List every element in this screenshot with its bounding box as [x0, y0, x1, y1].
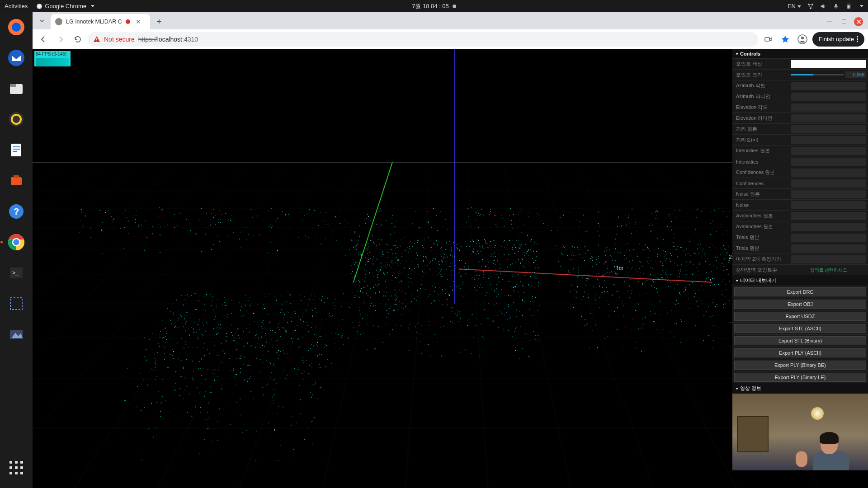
- browser-tab[interactable]: LG Innotek MLiDAR C ✕: [51, 14, 150, 29]
- dock-chrome[interactable]: [5, 231, 28, 253]
- text-input[interactable]: [791, 255, 866, 263]
- dock-show-apps[interactable]: [5, 456, 28, 479]
- window-maximize-button[interactable]: □: [837, 16, 851, 28]
- new-tab-button[interactable]: +: [153, 15, 165, 28]
- svg-rect-16: [13, 151, 17, 152]
- clock[interactable]: 7월 18 04 : 05: [412, 2, 456, 10]
- dock-software[interactable]: [5, 169, 28, 192]
- control-label: Elevation 각도: [732, 104, 791, 111]
- input-lang[interactable]: EN: [788, 3, 801, 9]
- svg-point-7: [12, 23, 21, 32]
- dock-libreoffice[interactable]: [5, 139, 28, 161]
- control-row: Elevation 각도: [732, 102, 868, 113]
- control-row: Noise: [732, 199, 868, 210]
- controls-panel: Controls 포인트 색상포인트 크기Azimuth 각도Azimuth 라…: [732, 49, 868, 470]
- insecure-label: Not secure: [104, 36, 135, 43]
- control-label: Intensities 원본: [732, 147, 791, 154]
- control-row: Azimuth 각도: [732, 80, 868, 91]
- export-button[interactable]: Export PLY (ASCII): [734, 348, 866, 357]
- notification-dot-icon: [453, 5, 456, 8]
- app-menu[interactable]: Google Chrome: [37, 3, 94, 9]
- activities-button[interactable]: Activities: [5, 3, 28, 9]
- control-label: Noise 원본: [732, 191, 791, 197]
- address-bar[interactable]: Not secure https://localhost:4310: [88, 32, 758, 47]
- control-label: 포인트 크기: [732, 71, 791, 78]
- dock-help[interactable]: ?: [5, 200, 28, 223]
- back-button[interactable]: [36, 32, 51, 47]
- text-input[interactable]: [791, 158, 866, 166]
- fps-overlay: 64 FPS (0-145): [34, 51, 71, 66]
- search-tabs-button[interactable]: [35, 14, 49, 28]
- control-row: Avalanches 원본: [732, 221, 868, 232]
- text-input[interactable]: [791, 234, 866, 242]
- dock-image-viewer[interactable]: [5, 323, 28, 346]
- lidar-viewport[interactable]: 64 FPS (0-145) 1m 2m 3m Controls 포인트 색상포…: [33, 49, 868, 488]
- network-icon[interactable]: [807, 3, 814, 9]
- finish-update-button[interactable]: Finish update: [812, 32, 864, 47]
- bookmark-button[interactable]: [778, 32, 793, 47]
- reload-button[interactable]: [71, 32, 85, 47]
- dock-files[interactable]: [5, 77, 28, 100]
- dock-rhythmbox[interactable]: [5, 108, 28, 131]
- camera-preview: [732, 394, 868, 470]
- system-menu-icon[interactable]: [860, 5, 863, 7]
- control-row: Trials 원본: [732, 232, 868, 243]
- dock-firefox[interactable]: [5, 16, 28, 38]
- color-input[interactable]: [791, 60, 866, 68]
- dock-screenshot[interactable]: [5, 292, 28, 315]
- mic-icon[interactable]: [833, 3, 839, 9]
- browser-toolbar: Not secure https://localhost:4310 Finish…: [33, 29, 868, 49]
- svg-rect-3: [835, 4, 837, 7]
- export-button[interactable]: Export STL (ASCII): [734, 324, 866, 333]
- number-input[interactable]: [845, 71, 866, 78]
- control-label: 거리 원본: [732, 126, 791, 132]
- text-input[interactable]: [791, 169, 866, 177]
- tab-close-button[interactable]: ✕: [136, 18, 141, 25]
- battery-icon[interactable]: [845, 3, 852, 9]
- text-input[interactable]: [791, 179, 866, 188]
- text-input[interactable]: [791, 103, 866, 112]
- export-button[interactable]: Export USDZ: [734, 312, 866, 321]
- control-label: Confidences 원본: [732, 169, 791, 176]
- window-close-button[interactable]: ✕: [854, 17, 863, 26]
- text-input[interactable]: [791, 125, 866, 133]
- video-folder-header[interactable]: 영상 정보: [732, 383, 868, 394]
- text-input[interactable]: [791, 190, 866, 198]
- control-label: Noise: [732, 202, 791, 208]
- control-row: Intensities 원본: [732, 145, 868, 156]
- dock-terminal[interactable]: >_: [5, 262, 28, 284]
- svg-rect-32: [96, 38, 97, 40]
- export-button[interactable]: Export PLY (Binary BE): [734, 361, 866, 370]
- export-button[interactable]: Export OBJ: [734, 300, 866, 309]
- profile-button[interactable]: [795, 32, 810, 47]
- text-input[interactable]: [791, 244, 866, 253]
- forward-button[interactable]: [53, 32, 68, 47]
- export-button[interactable]: Export STL (Binary): [734, 336, 866, 345]
- tab-strip: LG Innotek MLiDAR C ✕ + ─ □ ✕: [33, 12, 868, 29]
- text-input[interactable]: [791, 136, 866, 144]
- text-input[interactable]: [791, 212, 866, 220]
- export-button[interactable]: Export DRC: [734, 287, 866, 296]
- control-row: 포인트 크기: [732, 69, 868, 80]
- window-minimize-button[interactable]: ─: [823, 16, 836, 28]
- text-input[interactable]: [791, 147, 866, 155]
- volume-icon[interactable]: [820, 3, 826, 9]
- svg-rect-17: [11, 177, 22, 185]
- chrome-window: LG Innotek MLiDAR C ✕ + ─ □ ✕ Not secure…: [33, 12, 868, 488]
- control-label: 포인트 색상: [732, 61, 791, 67]
- text-input[interactable]: [791, 201, 866, 209]
- text-input[interactable]: [791, 82, 866, 90]
- insecure-icon: [93, 36, 100, 43]
- dock-thunderbird[interactable]: [5, 47, 28, 69]
- svg-rect-15: [13, 149, 20, 150]
- export-folder-header[interactable]: 데이터 내보내기: [732, 275, 868, 286]
- controls-panel-header[interactable]: Controls: [732, 49, 868, 58]
- text-input[interactable]: [791, 93, 866, 101]
- url-scheme: https://: [138, 36, 157, 43]
- control-label: 선택영역 포인트수: [732, 267, 791, 273]
- slider[interactable]: [791, 74, 844, 75]
- text-input[interactable]: [791, 114, 866, 122]
- camera-permission-icon[interactable]: [761, 32, 775, 47]
- text-input[interactable]: [791, 223, 866, 231]
- export-button[interactable]: Export PLY (Binary LE): [734, 373, 866, 382]
